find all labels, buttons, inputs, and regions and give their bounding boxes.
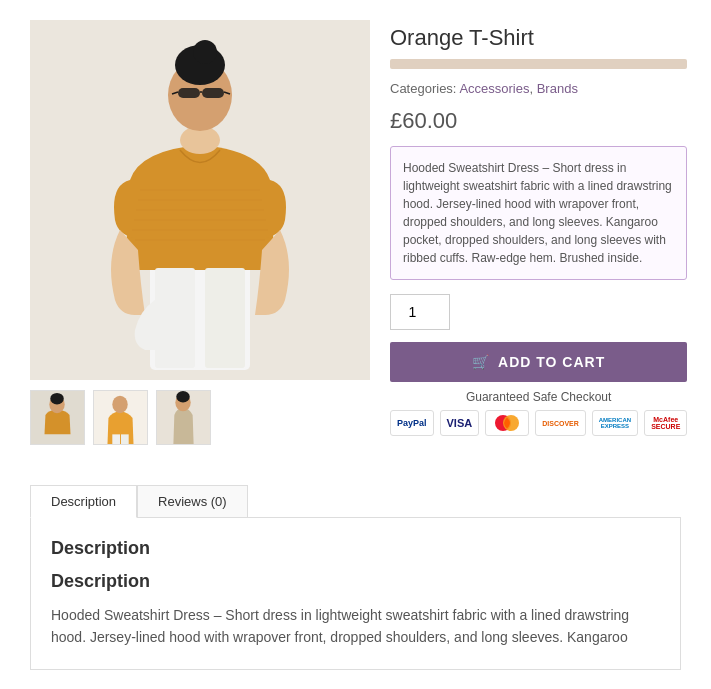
discover-icon: DISCOVER bbox=[535, 410, 586, 436]
svg-rect-14 bbox=[202, 88, 224, 98]
category-brands[interactable]: Brands bbox=[537, 81, 578, 96]
paypal-icon: PayPal bbox=[390, 410, 434, 436]
description-heading-1: Description bbox=[51, 538, 660, 559]
quantity-input[interactable] bbox=[390, 294, 450, 330]
tab-reviews[interactable]: Reviews (0) bbox=[137, 485, 248, 518]
product-title: Orange T-Shirt bbox=[390, 25, 687, 51]
cart-icon bbox=[472, 354, 490, 370]
tab-description[interactable]: Description bbox=[30, 485, 137, 518]
checkout-section: Guaranteed Safe Checkout PayPal VISA DI bbox=[390, 390, 687, 436]
svg-rect-25 bbox=[121, 434, 129, 444]
description-heading-2: Description bbox=[51, 571, 660, 592]
svg-rect-19 bbox=[205, 268, 245, 368]
svg-point-29 bbox=[176, 391, 189, 403]
mcafee-icon: McAfeeSECURE bbox=[644, 410, 687, 436]
description-body: Hooded Sweatshirt Dress – Short dress in… bbox=[51, 604, 660, 649]
thumbnail-1[interactable] bbox=[30, 390, 85, 445]
categories-label: Categories: bbox=[390, 81, 456, 96]
svg-point-22 bbox=[50, 393, 63, 405]
product-images bbox=[30, 20, 370, 445]
svg-rect-13 bbox=[178, 88, 200, 98]
tabs-nav: Description Reviews (0) bbox=[30, 485, 681, 518]
category-accessories[interactable]: Accessories bbox=[459, 81, 529, 96]
svg-rect-24 bbox=[112, 434, 120, 444]
product-section: Orange T-Shirt Categories: Accessories, … bbox=[0, 0, 711, 465]
thumbnail-list bbox=[30, 390, 370, 445]
safe-checkout-label: Guaranteed Safe Checkout bbox=[390, 390, 687, 404]
svg-point-12 bbox=[193, 40, 217, 64]
thumbnail-3[interactable] bbox=[156, 390, 211, 445]
add-to-cart-button[interactable]: ADD TO CART bbox=[390, 342, 687, 382]
payment-icons: PayPal VISA DISCOVER AMERICANEXPRESS bbox=[390, 410, 687, 436]
visa-icon: VISA bbox=[440, 410, 480, 436]
rating-bar bbox=[390, 59, 687, 69]
main-product-image bbox=[30, 20, 370, 380]
product-categories: Categories: Accessories, Brands bbox=[390, 81, 687, 96]
add-to-cart-label: ADD TO CART bbox=[498, 354, 605, 370]
product-info: Orange T-Shirt Categories: Accessories, … bbox=[390, 20, 687, 445]
thumbnail-2[interactable] bbox=[93, 390, 148, 445]
svg-point-26 bbox=[112, 396, 127, 413]
amex-icon: AMERICANEXPRESS bbox=[592, 410, 638, 436]
mastercard-icon bbox=[485, 410, 529, 436]
tab-content-description: Description Description Hooded Sweatshir… bbox=[30, 517, 681, 670]
tabs-section: Description Reviews (0) Description Desc… bbox=[0, 485, 711, 670]
product-short-description: Hooded Sweatshirt Dress – Short dress in… bbox=[390, 146, 687, 280]
quantity-row bbox=[390, 294, 687, 330]
product-price: £60.00 bbox=[390, 108, 687, 134]
